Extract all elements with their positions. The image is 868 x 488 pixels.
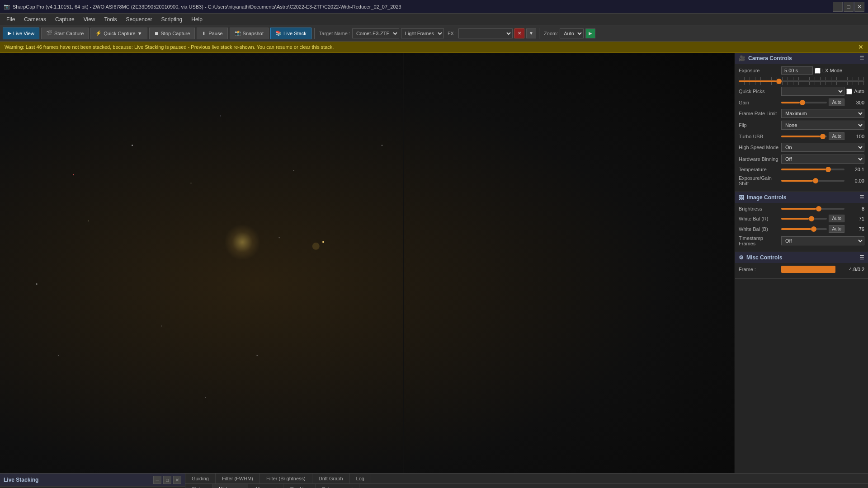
temperature-track[interactable]: [781, 169, 844, 170]
svg-point-0: [132, 145, 133, 146]
flip-select[interactable]: None: [781, 121, 864, 130]
exposure-fill: [739, 80, 776, 82]
camera-controls-section: 🎥 Camera Controls ☰ Exposure LX Mode: [735, 53, 868, 192]
white-bal-r-track[interactable]: [781, 218, 827, 220]
ls-minimize-button[interactable]: ─: [153, 476, 161, 484]
timestamp-select[interactable]: Off: [781, 236, 864, 245]
tab-guiding[interactable]: Guiding: [185, 474, 216, 483]
pause-button[interactable]: ⏸ Pause: [197, 28, 227, 39]
high-speed-select[interactable]: On: [781, 143, 864, 152]
camera-controls-header[interactable]: 🎥 Camera Controls ☰: [735, 53, 868, 64]
stars-overlay: [0, 53, 735, 473]
brightness-thumb[interactable]: [816, 206, 821, 211]
menu-tools[interactable]: Tools: [100, 15, 122, 23]
exposure-thumb[interactable]: [776, 79, 782, 84]
exposure-track[interactable]: [739, 80, 864, 82]
menu-help[interactable]: Help: [187, 15, 207, 23]
lx-mode-checkbox[interactable]: [815, 68, 821, 74]
tab-stacking[interactable]: Stacking: [283, 484, 316, 488]
live-stack-icon: 📚: [275, 30, 282, 36]
live-stack-button[interactable]: 📚 Live Stack: [270, 28, 311, 39]
quick-capture-arrow[interactable]: ▼: [137, 31, 142, 36]
white-bal-b-thumb[interactable]: [811, 226, 816, 232]
svg-point-8: [382, 145, 382, 145]
stop-capture-button[interactable]: ⏹ Stop Capture: [149, 28, 195, 39]
red-x-button[interactable]: ✕: [514, 28, 524, 38]
turbo-usb-fill: [781, 136, 820, 137]
quick-capture-button[interactable]: ⚡ Quick Capture ▼: [90, 28, 147, 39]
white-bal-r-label: White Bal (R): [739, 216, 779, 221]
minimize-button[interactable]: ─: [833, 2, 843, 12]
gain-track[interactable]: [781, 102, 827, 103]
menu-sequencer[interactable]: Sequencer: [122, 15, 157, 23]
quick-picks-select[interactable]: [781, 87, 844, 96]
exp-gain-track[interactable]: [781, 180, 844, 182]
turbo-auto-button[interactable]: Auto: [829, 132, 844, 140]
ls-close-button[interactable]: ✕: [173, 476, 181, 484]
menu-view[interactable]: View: [79, 15, 100, 23]
stop-capture-icon: ⏹: [154, 31, 159, 36]
white-bal-b-auto-button[interactable]: Auto: [829, 225, 844, 233]
gain-thumb[interactable]: [800, 100, 805, 105]
image-controls-menu-icon[interactable]: ☰: [859, 194, 864, 201]
gain-auto-button[interactable]: Auto: [829, 99, 844, 106]
image-controls-header[interactable]: 🖼 Image Controls ☰: [735, 192, 868, 203]
exp-gain-thumb[interactable]: [813, 178, 818, 183]
flip-label: Flip: [739, 122, 779, 128]
toolbar-separator-2: [539, 28, 539, 39]
tab-log[interactable]: Log: [350, 474, 371, 483]
start-capture-button[interactable]: 🎬 Start Capture: [41, 28, 89, 39]
exposure-input[interactable]: [781, 66, 813, 75]
auto-checkbox[interactable]: [846, 89, 852, 94]
white-bal-r-auto-button[interactable]: Auto: [829, 215, 844, 222]
gain-value: 300: [846, 100, 864, 105]
app-icon: 📷: [4, 4, 10, 9]
close-button[interactable]: ✕: [854, 2, 864, 12]
title-bar-left: 📷 SharpCap Pro (v4.1.10151, 64 bit) - ZW…: [4, 4, 401, 9]
zoom-select[interactable]: Auto: [560, 28, 584, 38]
white-bal-r-fill: [781, 218, 809, 220]
tab-status[interactable]: Status: [185, 484, 212, 488]
exp-gain-fill: [781, 180, 813, 182]
bottom-area: Live Stacking ─ □ ✕ Overview Frames Stac…: [0, 473, 868, 488]
panel-menu-icon[interactable]: ☰: [859, 55, 864, 61]
warning-close-button[interactable]: ✕: [858, 43, 863, 51]
star-image: [0, 53, 735, 473]
menu-cameras[interactable]: Cameras: [19, 15, 51, 23]
image-controls-content: Brightness 8 White Bal (R): [735, 203, 868, 252]
white-bal-r-thumb[interactable]: [809, 216, 814, 221]
exposure-row: Exposure LX Mode: [739, 66, 864, 75]
live-view-button[interactable]: ▶ Live View: [3, 28, 39, 39]
misc-controls-header[interactable]: ⚙ Misc Controls ☰: [735, 252, 868, 263]
tab-histogram[interactable]: Histogram: [212, 484, 248, 488]
white-bal-b-track[interactable]: [781, 228, 827, 230]
gain-fill: [781, 102, 800, 103]
gain-label: Gain: [739, 100, 779, 105]
tab-filter-brightness[interactable]: Filter (Brightness): [260, 474, 312, 483]
menu-capture[interactable]: Capture: [51, 15, 79, 23]
brightness-track[interactable]: [781, 208, 844, 210]
target-name-select[interactable]: Comet-E3-ZTF: [352, 28, 399, 38]
tab-alignment[interactable]: Alignment: [248, 484, 283, 488]
frame-rate-select[interactable]: Maximum: [781, 109, 864, 118]
tab-filter-fwhm[interactable]: Filter (FWHM): [216, 474, 260, 483]
tab-drift-graph[interactable]: Drift Graph: [312, 474, 350, 483]
ls-dock-button[interactable]: □: [163, 476, 171, 484]
temperature-thumb[interactable]: [826, 167, 831, 172]
light-frames-select[interactable]: Light Frames: [401, 28, 444, 38]
menu-scripting[interactable]: Scripting: [157, 15, 187, 23]
start-capture-icon: 🎬: [46, 30, 52, 36]
fx-arrow-button[interactable]: ▼: [526, 28, 536, 38]
title-bar: 📷 SharpCap Pro (v4.1.10151, 64 bit) - ZW…: [0, 0, 868, 14]
maximize-button[interactable]: □: [844, 2, 854, 12]
fx-select[interactable]: [458, 28, 513, 38]
turbo-usb-thumb[interactable]: [820, 134, 826, 139]
live-stack-panel: Live Stacking ─ □ ✕ Overview Frames Stac…: [0, 474, 185, 488]
tab-enhancement[interactable]: Enhancement: [316, 484, 359, 488]
menu-file[interactable]: File: [2, 15, 19, 23]
misc-controls-menu-icon[interactable]: ☰: [859, 254, 864, 261]
green-arrow-button[interactable]: ▶: [585, 28, 595, 38]
snapshot-button[interactable]: 📸 Snapshot: [230, 28, 269, 39]
hardware-binning-select[interactable]: Off: [781, 155, 864, 164]
turbo-usb-track[interactable]: [781, 136, 827, 137]
